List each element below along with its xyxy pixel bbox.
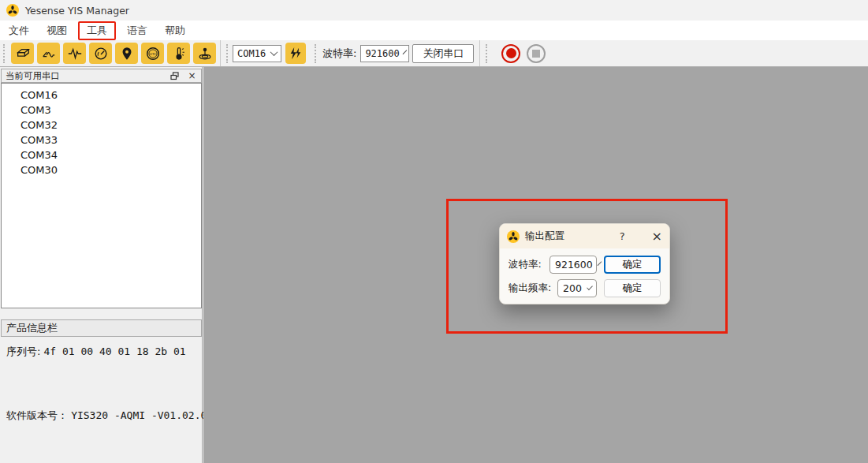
float-window-icon[interactable] (170, 71, 180, 81)
toolbar-drag-handle[interactable] (3, 44, 6, 63)
baud-rate-value: 921600 (365, 48, 399, 59)
tool-inertial-sensor-button[interactable] (193, 43, 216, 64)
thermometer-icon (171, 46, 187, 62)
chevron-down-icon (270, 48, 278, 56)
software-version-label: 软件版本号： (6, 409, 68, 421)
yesense-logo-icon (507, 230, 520, 243)
menu-bar: 文件 视图 工具 语言 帮助 (0, 21, 868, 40)
port-list-item[interactable]: COM30 (2, 162, 201, 177)
menu-language[interactable]: 语言 (118, 22, 156, 39)
tool-angle-curve-button[interactable] (37, 43, 60, 64)
window-titlebar: Yesense YIS Manager (0, 0, 868, 21)
svg-text:UTC: UTC (149, 51, 155, 55)
stop-icon (532, 50, 540, 58)
serial-panel-title: 当前可用串口 (6, 70, 60, 82)
menu-tools[interactable]: 工具 (78, 21, 116, 40)
port-list-item[interactable]: COM33 (2, 133, 201, 147)
tool-dashboard-button[interactable] (89, 43, 112, 64)
dialog-baud-ok-button[interactable]: 确定 (604, 256, 661, 274)
menu-view[interactable]: 视图 (38, 22, 76, 39)
stop-button[interactable] (527, 44, 546, 63)
dialog-title: 输出配置 (525, 230, 614, 243)
software-version-value: YIS320 -AQMI -V01.02.03; (71, 409, 219, 421)
cube-3d-icon (15, 46, 31, 62)
dialog-baud-select[interactable]: 921600 (549, 256, 597, 274)
waveform-icon (67, 46, 83, 62)
close-panel-icon[interactable]: × (187, 71, 197, 81)
output-config-dialog: 输出配置 ? × 波特率: 921600 确定 输出频率: 200 确定 (499, 223, 670, 304)
port-list-item[interactable]: COM32 (2, 118, 201, 133)
port-list-item[interactable]: COM3 (2, 103, 201, 118)
product-info-header: 产品信息栏 (1, 319, 202, 337)
close-serial-port-button[interactable]: 关闭串口 (412, 44, 474, 63)
dialog-rate-value: 200 (563, 282, 582, 294)
refresh-ports-button[interactable] (285, 43, 306, 64)
double-lightning-icon (289, 47, 303, 61)
tool-gps-button[interactable] (115, 43, 138, 64)
serial-panel-header: 当前可用串口 × (1, 69, 202, 83)
toolbar-separator (479, 40, 480, 66)
app-logo-icon (6, 4, 19, 17)
tool-3d-view-button[interactable] (11, 43, 34, 64)
available-ports-list: COM16 COM3 COM32 COM33 COM34 COM30 (1, 83, 202, 308)
dialog-body: 波特率: 921600 确定 输出频率: 200 确定 (500, 248, 669, 297)
utc-clock-icon: UTC (145, 46, 161, 62)
gyro-base-icon (197, 46, 213, 62)
window-title: Yesense YIS Manager (25, 5, 129, 17)
port-list-item[interactable]: COM16 (2, 88, 201, 103)
serial-port-panel: 当前可用串口 × COM16 COM3 COM32 COM33 COM34 CO… (0, 67, 203, 463)
baud-rate-row: 波特率: 921600 确定 (509, 256, 661, 274)
tool-temperature-button[interactable] (167, 43, 190, 64)
dialog-baud-value: 921600 (555, 259, 593, 271)
product-info-title: 产品信息栏 (6, 321, 58, 335)
com-port-value: COM16 (237, 48, 266, 59)
menu-help[interactable]: 帮助 (156, 22, 194, 39)
output-rate-row: 输出频率: 200 确定 (509, 279, 661, 297)
chevron-down-icon (597, 261, 602, 266)
dialog-help-button[interactable]: ? (620, 230, 625, 242)
software-version-line: 软件版本号： YIS320 -AQMI -V01.02.03; (6, 409, 219, 423)
serial-number-value: 4f 01 00 40 01 18 2b 01 (44, 345, 186, 357)
record-button[interactable] (501, 44, 520, 63)
chevron-down-icon (587, 284, 593, 290)
dialog-baud-label: 波特率: (509, 258, 542, 271)
record-icon (506, 48, 516, 58)
toolbar-drag-handle[interactable] (315, 44, 317, 63)
baud-rate-select[interactable]: 921600 (360, 45, 409, 62)
gauge-icon (93, 46, 109, 62)
toolbar: UTC COM16 (0, 40, 868, 67)
toolbar-separator (220, 40, 221, 66)
dialog-close-button[interactable]: × (652, 230, 662, 243)
chevron-down-icon (402, 50, 407, 54)
toolbar-drag-handle[interactable] (226, 44, 229, 63)
dialog-titlebar: 输出配置 ? × (500, 224, 669, 248)
dialog-rate-label: 输出频率: (509, 282, 551, 295)
dialog-rate-ok-button[interactable]: 确定 (604, 279, 661, 297)
angle-wave-icon (41, 46, 57, 62)
menu-file[interactable]: 文件 (0, 22, 38, 39)
location-pin-icon (119, 46, 135, 62)
toolbar-drag-handle[interactable] (486, 44, 488, 63)
com-port-select[interactable]: COM16 (233, 45, 281, 62)
tool-utc-time-button[interactable]: UTC (141, 43, 164, 64)
serial-number-label: 序列号: (6, 345, 40, 357)
baud-rate-label: 波特率: (322, 47, 356, 61)
serial-number-line: 序列号: 4f 01 00 40 01 18 2b 01 (6, 345, 186, 359)
port-list-item[interactable]: COM34 (2, 147, 201, 162)
dialog-rate-select[interactable]: 200 (557, 279, 597, 297)
tool-waveform-button[interactable] (63, 43, 86, 64)
